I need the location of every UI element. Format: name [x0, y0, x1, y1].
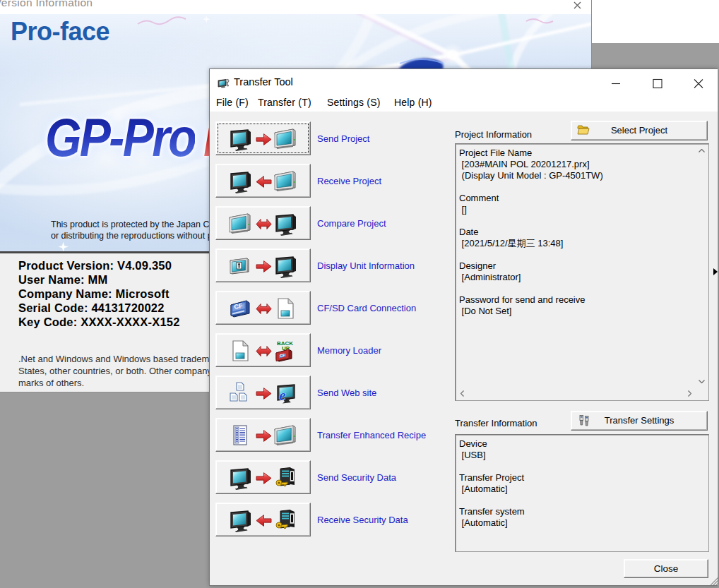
transfer-info-line — [459, 495, 706, 506]
expand-arrow-icon[interactable] — [713, 268, 718, 275]
version-close-button[interactable] — [569, 0, 586, 13]
transfer-info-line: Transfer Project — [459, 472, 706, 484]
send-web-site-button[interactable] — [215, 376, 311, 409]
project-info-line: [203#MAIN POL 20201217.prx] — [459, 159, 694, 170]
send-project-button[interactable] — [215, 121, 311, 155]
crt-monitor-icon — [228, 508, 252, 532]
flat-panel-icon — [273, 169, 297, 193]
receive-security-data-button[interactable] — [215, 503, 311, 536]
transfer-tool-icon — [218, 78, 230, 89]
transfer-tool-window: Transfer Tool File (F)Transfer (T)Settin… — [209, 68, 718, 586]
transfer-info-line: Transfer system — [459, 506, 706, 517]
panel-info-icon — [228, 254, 252, 278]
product-version-text: Product Version: V4.09.350 — [18, 259, 172, 272]
scroll-right-icon[interactable] — [684, 388, 696, 400]
backup-card-icon — [273, 339, 297, 363]
vertical-scrollbar[interactable] — [696, 145, 708, 388]
recipe-list-icon — [228, 424, 252, 448]
project-info-line: Date — [459, 227, 694, 238]
maximize-button[interactable] — [641, 69, 673, 96]
crt-monitor-icon — [273, 212, 297, 236]
cf-card-icon — [228, 296, 252, 320]
action-icon-group — [228, 169, 299, 193]
background-window-fragment — [592, 0, 719, 43]
action-icon-group — [228, 508, 299, 532]
scroll-left-icon[interactable] — [456, 388, 468, 400]
compare-project-button[interactable] — [215, 206, 311, 240]
transfer-client-area: Send ProjectReceive ProjectCompare Proje… — [210, 112, 718, 585]
project-information-text: Project File Name [203#MAIN POL 20201217… — [459, 148, 694, 386]
trademark-line-1: .Net and Windows and Windows based trade… — [18, 354, 227, 364]
action-icon-group — [228, 296, 299, 320]
arrow-both-icon — [256, 301, 272, 316]
scroll-up-icon[interactable] — [696, 145, 708, 157]
cf-sd-card-connection-button[interactable] — [215, 291, 311, 325]
trademark-line-2: States, other countries, or both. Other … — [18, 366, 212, 376]
send-security-data-button[interactable] — [215, 460, 311, 494]
serial-code-text: Serial Code: 44131720022 — [18, 301, 165, 315]
close-button[interactable]: Close — [624, 559, 708, 578]
project-information-label: Project Information — [455, 129, 532, 140]
transfer-information-textarea[interactable]: Device [USB]Transfer Project [Automatic]… — [455, 434, 709, 552]
flat-panel-icon — [273, 127, 297, 151]
menu-item-settings[interactable]: Settings (S) — [327, 97, 381, 108]
project-information-textarea[interactable]: Project File Name [203#MAIN POL 20201217… — [455, 143, 709, 401]
project-info-line — [459, 283, 694, 294]
arrow-left-icon — [256, 174, 272, 189]
menu-item-help[interactable]: Help (H) — [394, 97, 432, 108]
transfer-info-line: [Automatic] — [459, 484, 706, 495]
menu-item-transfer[interactable]: Transfer (T) — [258, 97, 311, 108]
menu-bar: File (F)Transfer (T)Settings (S)Help (H) — [210, 96, 718, 112]
project-info-line: Designer — [459, 260, 694, 272]
trademark-line-3: marks of others. — [18, 378, 84, 388]
gp-pro-logo: GP-ProEX — [45, 107, 218, 168]
receive-project-button[interactable] — [215, 164, 311, 198]
minimize-button[interactable] — [600, 69, 631, 96]
project-info-line: [2021/5/12/星期三 13:48] — [459, 238, 694, 249]
transfer-information-text: Device [USB]Transfer Project [Automatic]… — [459, 438, 706, 548]
transfer-enhanced-recipe-button[interactable] — [215, 418, 311, 452]
project-info-line: [] — [459, 204, 694, 215]
arrow-right-icon — [256, 428, 272, 443]
transfer-info-line — [459, 461, 706, 472]
crt-monitor-icon — [273, 254, 297, 278]
action-icon-group — [228, 424, 299, 448]
scroll-down-icon[interactable] — [696, 376, 708, 388]
key-code-text: Key Code: XXXX-XXXX-X152 — [18, 316, 180, 329]
horizontal-scrollbar[interactable] — [456, 388, 696, 400]
action-icon-group — [228, 212, 299, 236]
menu-item-file[interactable]: File (F) — [216, 97, 249, 108]
transfer-window-title: Transfer Tool — [234, 76, 293, 88]
proface-brand-logo: Pro-face — [11, 17, 109, 47]
web-pages-icon — [228, 381, 252, 405]
document-icon — [273, 296, 297, 320]
arrow-right-icon — [256, 386, 272, 401]
action-icon-group — [228, 339, 299, 363]
action-icon-group — [228, 254, 299, 278]
memory-loader-button[interactable] — [215, 333, 311, 367]
select-project-button[interactable]: Select Project — [571, 121, 708, 140]
crt-monitor-icon — [228, 127, 252, 151]
project-info-line: [Do Not Set] — [459, 306, 694, 317]
project-info-line: Project File Name — [459, 148, 694, 159]
project-info-line: [Administrator] — [459, 272, 694, 283]
project-info-line — [459, 215, 694, 227]
transfer-settings-button[interactable]: Transfer Settings — [571, 411, 708, 431]
version-titlebar: Version Information — [0, 0, 591, 14]
project-info-line: Comment — [459, 193, 694, 204]
crt-monitor-icon — [228, 169, 252, 193]
project-info-line: (Display Unit Model : GP-4501TW) — [459, 170, 694, 181]
project-info-line — [459, 249, 694, 260]
arrow-both-icon — [256, 344, 272, 359]
transfer-info-line: Device — [459, 438, 706, 450]
resize-grip[interactable] — [711, 577, 719, 585]
display-unit-information-button[interactable] — [215, 248, 311, 282]
transfer-info-line: [Automatic] — [459, 517, 706, 529]
close-window-button[interactable] — [682, 69, 718, 96]
flat-panel-icon — [228, 212, 252, 236]
action-icon-group — [228, 127, 299, 151]
security-server-icon — [273, 508, 297, 532]
project-info-line — [459, 181, 694, 193]
arrow-right-icon — [256, 259, 272, 274]
document-icon — [228, 339, 252, 363]
